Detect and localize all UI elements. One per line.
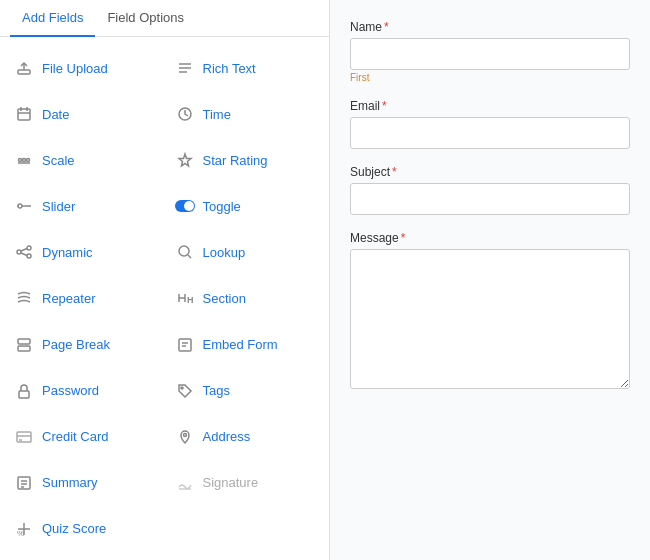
svg-marker-14 (179, 154, 191, 166)
dynamic-icon (14, 242, 34, 262)
email-field-group: Email* (350, 99, 630, 149)
fields-grid: File Upload Rich Text (0, 37, 329, 560)
svg-line-26 (188, 255, 191, 258)
toggle-icon (175, 196, 195, 216)
field-item-repeater[interactable]: Repeater (4, 275, 165, 321)
name-field-group: Name* First (350, 20, 630, 83)
subject-input[interactable] (350, 183, 630, 215)
svg-rect-0 (18, 70, 30, 74)
svg-rect-31 (18, 339, 30, 344)
svg-point-15 (18, 204, 22, 208)
field-item-page-break[interactable]: Page Break (4, 322, 165, 368)
svg-point-20 (17, 250, 21, 254)
field-item-embed-form[interactable]: Embed Form (165, 322, 326, 368)
lines-icon (175, 58, 195, 78)
message-input[interactable] (350, 249, 630, 389)
field-item-quiz-score[interactable]: % Quiz Score (4, 506, 165, 552)
message-field-group: Message* (350, 231, 630, 392)
tag-icon (175, 381, 195, 401)
svg-text:%: % (17, 529, 24, 537)
repeater-icon (14, 288, 34, 308)
field-item-tags[interactable]: Tags (165, 368, 326, 414)
field-item-scale[interactable]: Scale (4, 137, 165, 183)
svg-point-21 (27, 246, 31, 250)
slider-icon (14, 196, 34, 216)
pagebreak-icon (14, 335, 34, 355)
svg-point-41 (183, 433, 186, 436)
left-panel: Add Fields Field Options File Upload (0, 0, 330, 560)
field-item-date[interactable]: Date (4, 91, 165, 137)
summary-icon (14, 473, 34, 493)
svg-point-25 (179, 246, 189, 256)
svg-point-11 (23, 159, 26, 162)
name-input[interactable] (350, 38, 630, 70)
email-input[interactable] (350, 117, 630, 149)
calendar-icon (14, 104, 34, 124)
subject-field-group: Subject* (350, 165, 630, 215)
field-item-dynamic[interactable]: Dynamic (4, 229, 165, 275)
svg-line-24 (21, 253, 27, 256)
svg-line-23 (21, 249, 27, 252)
field-item-password[interactable]: Password (4, 368, 165, 414)
svg-point-19 (184, 201, 194, 211)
svg-rect-33 (179, 339, 191, 351)
svg-point-22 (27, 254, 31, 258)
svg-rect-5 (18, 109, 30, 120)
quiz-icon: % (14, 519, 34, 539)
email-label: Email* (350, 99, 630, 113)
name-sublabel: First (350, 72, 630, 83)
field-item-toggle[interactable]: Toggle (165, 183, 326, 229)
field-item-address[interactable]: Address (165, 414, 326, 460)
svg-point-37 (181, 387, 183, 389)
name-label: Name* (350, 20, 630, 34)
field-item-credit-card[interactable]: Credit Card (4, 414, 165, 460)
lock-icon (14, 381, 34, 401)
field-item-lookup[interactable]: Lookup (165, 229, 326, 275)
message-label: Message* (350, 231, 630, 245)
field-item-file-upload[interactable]: File Upload (4, 45, 165, 91)
tabs: Add Fields Field Options (0, 0, 329, 37)
subject-label: Subject* (350, 165, 630, 179)
pin-icon (175, 427, 195, 447)
svg-point-12 (27, 159, 30, 162)
svg-text:H: H (187, 295, 193, 305)
svg-point-10 (19, 159, 22, 162)
tab-field-options[interactable]: Field Options (95, 0, 196, 37)
svg-rect-36 (19, 391, 29, 398)
field-item-summary[interactable]: Summary (4, 460, 165, 506)
signature-icon (175, 473, 195, 493)
field-item-rich-text[interactable]: Rich Text (165, 45, 326, 91)
star-icon (175, 150, 195, 170)
field-item-section[interactable]: H Section (165, 275, 326, 321)
form-preview: Name* First Email* Subject* Message* (330, 0, 650, 560)
scale-icon (14, 150, 34, 170)
search-icon (175, 242, 195, 262)
field-item-slider[interactable]: Slider (4, 183, 165, 229)
heading-icon: H (175, 288, 195, 308)
tab-add-fields[interactable]: Add Fields (10, 0, 95, 37)
creditcard-icon (14, 427, 34, 447)
field-item-signature: Signature (165, 460, 326, 506)
upload-icon (14, 58, 34, 78)
clock-icon (175, 104, 195, 124)
field-item-time[interactable]: Time (165, 91, 326, 137)
field-item-star-rating[interactable]: Star Rating (165, 137, 326, 183)
svg-rect-32 (18, 346, 30, 351)
embedform-icon (175, 335, 195, 355)
